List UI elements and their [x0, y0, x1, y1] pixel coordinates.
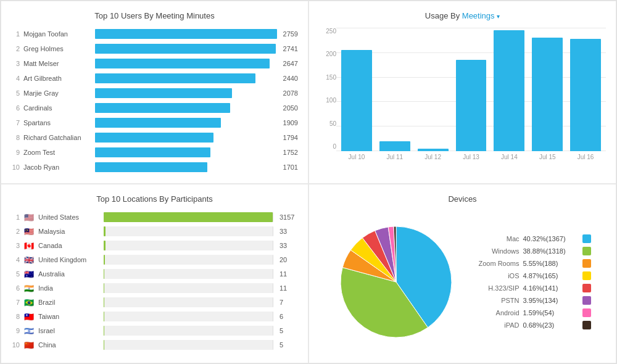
loc-value: 6 [280, 313, 298, 320]
usage-x-labels: Jul 10Jul 11Jul 12Jul 13Jul 14Jul 15Jul … [336, 154, 606, 160]
bar-label: Greg Holmes [23, 45, 91, 52]
usage-columns [336, 28, 606, 151]
col-group [456, 60, 487, 151]
col-bar [532, 38, 563, 151]
col-group [379, 141, 410, 151]
col-group [494, 30, 524, 151]
legend-item: Windows 38.88%(1318) [470, 247, 591, 255]
flag-icon: 🇲🇾 [23, 227, 35, 236]
bar-value: 2759 [283, 30, 298, 38]
bar-value: 1794 [283, 134, 298, 141]
devices-panel: Devices Mac 40.32%(1367) Windows 38.88%(… [308, 184, 616, 363]
bar-rank: 3 [11, 60, 20, 67]
col-bar [494, 30, 524, 151]
legend-item: H.323/SIP 4.16%(141) [470, 284, 591, 292]
x-label: Jul 14 [494, 154, 524, 160]
locations-panel: Top 10 Locations By Participants 1 🇺🇸 Un… [1, 184, 308, 363]
bar-rank: 2 [11, 45, 20, 52]
loc-label: India [38, 284, 100, 292]
legend-dot [582, 308, 591, 317]
bar-label: Cardinals [23, 104, 91, 112]
legend-value: 0.68%(23) [523, 321, 579, 329]
usage-title-arrow[interactable]: ▾ [497, 13, 500, 20]
loc-value: 33 [280, 228, 298, 235]
legend-label: Mac [470, 235, 520, 242]
flag-icon: 🇨🇳 [23, 341, 35, 350]
bar-track [95, 73, 277, 83]
bar-label: Jacob Ryan [23, 163, 91, 171]
flag-icon: 🇺🇸 [23, 213, 35, 222]
legend-item: Zoom Rooms 5.55%(188) [470, 259, 591, 268]
bar-value: 2050 [283, 104, 298, 112]
dashboard: Top 10 Users By Meeting Minutes 1 Mojgan… [0, 0, 617, 364]
bar-rank: 4 [11, 75, 20, 82]
bar-track [95, 133, 277, 143]
col-bar [341, 50, 372, 151]
loc-bar-track [104, 255, 273, 265]
loc-label: China [38, 341, 100, 349]
bar-row: 6 Cardinals 2050 [11, 102, 298, 114]
bar-label: Marjie Gray [23, 89, 91, 97]
bar-fill [95, 88, 232, 98]
loc-row: 6 🇮🇳 India 11 [11, 282, 298, 294]
usage-title-link[interactable]: Meetings [462, 11, 495, 20]
col-group [532, 38, 563, 151]
legend-value: 40.32%(1367) [523, 235, 579, 242]
loc-row: 4 🇬🇧 United Kingdom 20 [11, 254, 298, 266]
legend-label: Zoom Rooms [470, 260, 520, 267]
pie-svg [334, 220, 458, 344]
top-users-title: Top 10 Users By Meeting Minutes [11, 11, 298, 20]
loc-value: 5 [280, 327, 298, 334]
col-group [570, 39, 601, 151]
usage-y-labels: 050100150200250 [319, 28, 336, 163]
bar-track [95, 118, 277, 128]
legend-label: H.323/SIP [470, 284, 520, 292]
bar-fill [95, 118, 221, 128]
bar-label: Mojgan Toofan [23, 30, 91, 38]
flag-icon: 🇮🇳 [23, 284, 35, 293]
legend-value: 38.88%(1318) [523, 247, 579, 255]
bar-track [95, 29, 277, 39]
flag-icon: 🇹🇼 [23, 312, 35, 321]
loc-value: 20 [280, 256, 298, 263]
bar-row: 7 Spartans 1909 [11, 117, 298, 129]
loc-row: 1 🇺🇸 United States 3157 [11, 211, 298, 223]
loc-row: 10 🇨🇳 China 5 [11, 339, 298, 351]
legend-dot [582, 247, 591, 255]
loc-value: 11 [280, 270, 298, 278]
loc-bar-track [104, 269, 273, 279]
loc-label: Australia [38, 270, 100, 278]
bar-label: Zoom Test [23, 149, 91, 156]
x-label: Jul 15 [532, 154, 563, 160]
y-label: 200 [319, 51, 336, 57]
bar-rank: 7 [11, 119, 20, 126]
col-group [341, 50, 372, 151]
locations-bar-chart: 1 🇺🇸 United States 3157 2 🇲🇾 Malaysia 33… [11, 211, 298, 353]
top-users-panel: Top 10 Users By Meeting Minutes 1 Mojgan… [1, 1, 308, 184]
bar-rank: 9 [11, 149, 20, 156]
legend-dot [582, 259, 591, 268]
loc-label: United Kingdom [38, 256, 100, 263]
usage-columns-area: Jul 10Jul 11Jul 12Jul 13Jul 14Jul 15Jul … [336, 28, 606, 173]
loc-row: 2 🇲🇾 Malaysia 33 [11, 225, 298, 238]
bar-row: 5 Marjie Gray 2078 [11, 87, 298, 99]
bar-label: Richard Gatchalian [23, 134, 91, 141]
bar-row: 10 Jacob Ryan 1701 [11, 161, 298, 173]
loc-value: 11 [280, 284, 298, 292]
loc-bar-track [104, 241, 273, 250]
devices-legend: Mac 40.32%(1367) Windows 38.88%(1318) Zo… [470, 234, 591, 329]
loc-bar-track [104, 312, 273, 321]
legend-item: PSTN 3.95%(134) [470, 296, 591, 305]
bar-track [95, 59, 277, 68]
bar-value: 2440 [283, 75, 298, 82]
devices-content: Mac 40.32%(1367) Windows 38.88%(1318) Zo… [319, 211, 606, 353]
loc-rank: 2 [11, 228, 20, 235]
usage-title-prefix: Usage By [425, 11, 460, 20]
legend-item: Android 1.59%(54) [470, 308, 591, 317]
legend-label: iPAD [470, 321, 520, 329]
col-group [418, 149, 449, 151]
loc-bar-track [104, 283, 273, 293]
bar-label: Spartans [23, 119, 91, 126]
bar-value: 2741 [283, 45, 298, 52]
loc-row: 9 🇮🇱 Israel 5 [11, 325, 298, 337]
